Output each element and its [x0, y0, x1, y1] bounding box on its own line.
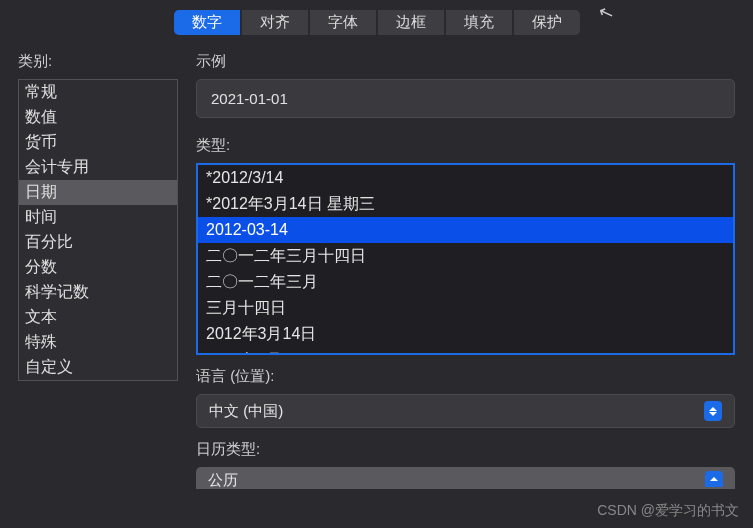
- language-value: 中文 (中国): [209, 402, 283, 421]
- type-item[interactable]: 二〇一二年三月十四日: [198, 243, 733, 269]
- type-item[interactable]: 2012年3月14日: [198, 321, 733, 347]
- cat-item-fraction[interactable]: 分数: [19, 255, 177, 280]
- tab-border[interactable]: 边框: [378, 10, 444, 35]
- cat-item-custom[interactable]: 自定义: [19, 355, 177, 380]
- cat-item-date[interactable]: 日期: [19, 180, 177, 205]
- main-content: 类别: 常规 数值 货币 会计专用 日期 时间 百分比 分数 科学记数 文本 特…: [0, 40, 753, 511]
- right-panel: 示例 2021-01-01 类型: *2012/3/14 *2012年3月14日…: [196, 52, 735, 501]
- type-item[interactable]: 2012年3月: [198, 347, 733, 355]
- example-label: 示例: [196, 52, 735, 71]
- category-label: 类别:: [18, 52, 178, 71]
- type-label: 类型:: [196, 136, 735, 155]
- cat-item-text[interactable]: 文本: [19, 305, 177, 330]
- type-item[interactable]: 二〇一二年三月: [198, 269, 733, 295]
- cat-item-scientific[interactable]: 科学记数: [19, 280, 177, 305]
- type-item[interactable]: *2012/3/14: [198, 165, 733, 191]
- tab-number[interactable]: 数字: [174, 10, 240, 35]
- cat-item-currency[interactable]: 货币: [19, 130, 177, 155]
- category-list[interactable]: 常规 数值 货币 会计专用 日期 时间 百分比 分数 科学记数 文本 特殊 自定…: [18, 79, 178, 381]
- left-panel: 类别: 常规 数值 货币 会计专用 日期 时间 百分比 分数 科学记数 文本 特…: [18, 52, 178, 501]
- cat-item-time[interactable]: 时间: [19, 205, 177, 230]
- cat-item-special[interactable]: 特殊: [19, 330, 177, 355]
- type-item[interactable]: *2012年3月14日 星期三: [198, 191, 733, 217]
- cat-item-general[interactable]: 常规: [19, 80, 177, 105]
- watermark: CSDN @爱学习的书文: [597, 502, 739, 520]
- tab-fill[interactable]: 填充: [446, 10, 512, 35]
- calendar-label: 日历类型:: [196, 440, 735, 459]
- stepper-icon: [705, 471, 723, 487]
- calendar-select[interactable]: 公历: [196, 467, 735, 489]
- tab-font[interactable]: 字体: [310, 10, 376, 35]
- cat-item-percent[interactable]: 百分比: [19, 230, 177, 255]
- tab-protect[interactable]: 保护: [514, 10, 580, 35]
- tab-bar: 数字 对齐 字体 边框 填充 保护: [0, 0, 753, 40]
- tab-align[interactable]: 对齐: [242, 10, 308, 35]
- language-select[interactable]: 中文 (中国): [196, 394, 735, 428]
- language-label: 语言 (位置):: [196, 367, 735, 386]
- cat-item-number[interactable]: 数值: [19, 105, 177, 130]
- stepper-icon: [704, 401, 722, 421]
- type-item[interactable]: 三月十四日: [198, 295, 733, 321]
- type-list[interactable]: *2012/3/14 *2012年3月14日 星期三 2012-03-14 二〇…: [196, 163, 735, 355]
- example-value: 2021-01-01: [196, 79, 735, 118]
- type-item-selected[interactable]: 2012-03-14: [198, 217, 733, 243]
- cat-item-accounting[interactable]: 会计专用: [19, 155, 177, 180]
- calendar-value: 公历: [208, 471, 238, 489]
